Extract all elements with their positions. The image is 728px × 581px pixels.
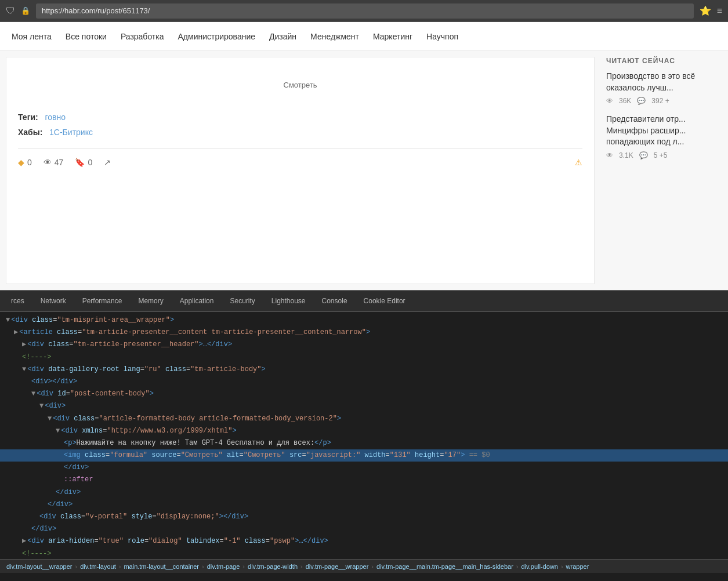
sidebar-article-stats-0: 👁 36K 💬 392 +	[606, 97, 722, 105]
breadcrumb-pull-down[interactable]: div.pull-down	[520, 563, 560, 570]
score-stat: ◆ 0	[18, 158, 32, 167]
eye-icon: 👁	[44, 158, 52, 167]
breadcrumb-main-container[interactable]: main.tm-layout__container	[122, 563, 201, 570]
eye-icon-sidebar-0: 👁	[606, 97, 613, 105]
breadcrumb-tm-page-width[interactable]: div.tm-page-width	[246, 563, 299, 570]
sidebar-article-stats-1: 👁 3.1K 💬 5 +5	[606, 151, 722, 159]
bookmarks-stat: 🔖 0	[75, 158, 92, 167]
breadcrumb-tm-page-main[interactable]: div.tm-page__main.tm-page__main_has-side…	[375, 563, 515, 570]
nav-all-streams[interactable]: Все потоки	[66, 32, 107, 41]
nav-design[interactable]: Дизайн	[269, 32, 296, 41]
article-main: Смотреть Теги: говно Хабы: 1С-Битрикс ◆ …	[6, 57, 595, 284]
html-line-8[interactable]: ▼<div>	[0, 400, 728, 412]
tags-label: Теги:	[18, 112, 38, 122]
menu-icon[interactable]: ≡	[717, 6, 722, 16]
html-line-17[interactable]: <div class="v-portal" style="display:non…	[0, 511, 728, 523]
breadcrumb-tm-layout-wrapper[interactable]: div.tm-layout__wrapper	[5, 563, 74, 570]
warn-icon[interactable]: ⚠	[575, 158, 582, 167]
browser-bar: 🛡 🔒 ⭐ ≡	[0, 0, 728, 22]
comment-icon-sidebar-1: 💬	[639, 151, 648, 159]
share-icon: ↗	[104, 158, 111, 167]
html-line-10[interactable]: ▼<div xmlns="http://www.w3.org/1999/xhtm…	[0, 425, 728, 437]
tab-console[interactable]: Console	[314, 292, 356, 311]
tab-network[interactable]: Network	[32, 292, 74, 311]
bookmarks-value: 0	[88, 158, 92, 167]
article-hubs: Хабы: 1С-Битрикс	[18, 128, 582, 137]
breadcrumb-bar: div.tm-layout__wrapper › div.tm-layout ›…	[0, 559, 728, 573]
habr-nav: Моя лента Все потоки Разработка Админист…	[0, 22, 728, 51]
html-line-9[interactable]: ▼<div class="article-formatted-body arti…	[0, 413, 728, 425]
sidebar-article-1: Представители отр... Минцифры расшир... …	[606, 114, 722, 159]
sidebar-title: ЧИТАЮТ СЕЙЧАС	[606, 57, 722, 65]
tag-govvo[interactable]: говно	[45, 112, 66, 122]
shield-icon: 🛡	[6, 6, 15, 16]
html-line-18[interactable]: </div>	[0, 523, 728, 535]
html-line-19[interactable]: ▶<div aria-hidden="true" role="dialog" t…	[0, 535, 728, 547]
sidebar-article-title-1[interactable]: Представители отр... Минцифры расшир... …	[606, 114, 722, 148]
bookmark-icon: 🔖	[75, 158, 85, 167]
tab-security[interactable]: Security	[222, 292, 263, 311]
breadcrumb-tm-page-wrapper[interactable]: div.tm-page__wrapper	[304, 563, 371, 570]
nav-science[interactable]: Научпоп	[426, 32, 458, 41]
html-line-6[interactable]: <div></div>	[0, 376, 728, 388]
tab-performance[interactable]: Performance	[74, 292, 131, 311]
views-stat: 👁 47	[44, 158, 64, 167]
sidebar-article-title-0[interactable]: Производство в это всё оказалось лучш...	[606, 71, 722, 93]
html-line-12[interactable]: <img class="formula" source="Смотреть" a…	[0, 449, 728, 462]
nav-my-feed[interactable]: Моя лента	[12, 32, 52, 41]
html-line-16[interactable]: </div>	[0, 499, 728, 511]
html-line-15[interactable]: </div>	[0, 486, 728, 499]
comments-sidebar-1: 5 +5	[654, 151, 668, 159]
breadcrumb-tm-page[interactable]: div.tm-page	[205, 563, 242, 570]
sidebar: ЧИТАЮТ СЕЙЧАС Производство в это всё ока…	[600, 51, 728, 290]
html-line-3[interactable]: ▶<div class="tm-article-presenter__heade…	[0, 339, 728, 351]
article-area: Смотреть Теги: говно Хабы: 1С-Битрикс ◆ …	[0, 51, 728, 290]
eye-icon-sidebar-1: 👁	[606, 151, 613, 159]
comments-sidebar-0: 392 +	[651, 97, 669, 105]
html-line-20[interactable]: <!---->	[0, 548, 728, 559]
html-line-1[interactable]: ▼<div class="tm-misprint-area__wrapper">	[0, 314, 728, 326]
html-line-2[interactable]: ▶<article class="tm-article-presenter__c…	[0, 326, 728, 339]
sidebar-article-0: Производство в это всё оказалось лучш...…	[606, 71, 722, 105]
html-line-13[interactable]: </div>	[0, 462, 728, 474]
breadcrumb-wrapper[interactable]: wrapper	[564, 563, 591, 570]
tab-application[interactable]: Application	[172, 292, 222, 311]
tab-cookie-editor[interactable]: Cookie Editor	[356, 292, 414, 311]
nav-admin[interactable]: Администрирование	[178, 32, 256, 41]
hubs-label: Хабы:	[18, 128, 42, 137]
article-footer: ◆ 0 👁 47 🔖 0 ↗ ⚠	[18, 148, 582, 167]
url-input[interactable]	[36, 3, 694, 19]
tab-sources[interactable]: rces	[3, 292, 32, 311]
page-wrapper: Моя лента Все потоки Разработка Админист…	[0, 22, 728, 290]
html-line-7[interactable]: ▼<div id="post-content-body">	[0, 388, 728, 400]
tab-memory[interactable]: Memory	[130, 292, 171, 311]
star-icon[interactable]: ⭐	[700, 5, 711, 16]
devtools-panel: rces Network Performance Memory Applicat…	[0, 290, 728, 581]
nav-dev[interactable]: Разработка	[121, 32, 164, 41]
html-line-4[interactable]: <!---->	[0, 351, 728, 364]
html-line-11[interactable]: <p>Нажимайте на кнопку ниже! Там GPT-4 б…	[0, 437, 728, 449]
nav-marketing[interactable]: Маркетинг	[373, 32, 412, 41]
hub-bitrix[interactable]: 1С-Битрикс	[49, 128, 93, 137]
comment-icon-sidebar-0: 💬	[637, 97, 646, 105]
views-sidebar-0: 36K	[619, 97, 631, 105]
tab-lighthouse[interactable]: Lighthouse	[263, 292, 314, 311]
html-line-5[interactable]: ▼<div data-gallery-root lang="ru" class=…	[0, 364, 728, 376]
devtools-tabs: rces Network Performance Memory Applicat…	[0, 291, 728, 312]
devtools-html-content: ▼<div class="tm-misprint-area__wrapper">…	[0, 312, 728, 559]
views-value: 47	[55, 158, 64, 167]
article-image: Смотреть	[18, 69, 582, 101]
nav-management[interactable]: Менеджмент	[310, 32, 359, 41]
lock-icon: 🔒	[21, 6, 30, 15]
article-tags: Теги: говно	[18, 112, 582, 122]
breadcrumb-tm-layout[interactable]: div.tm-layout	[78, 563, 118, 570]
html-line-14[interactable]: ::after	[0, 474, 728, 486]
diamond-icon: ◆	[18, 158, 24, 167]
share-stat[interactable]: ↗	[104, 158, 111, 167]
views-sidebar-1: 3.1K	[619, 151, 633, 159]
score-value: 0	[27, 158, 32, 167]
